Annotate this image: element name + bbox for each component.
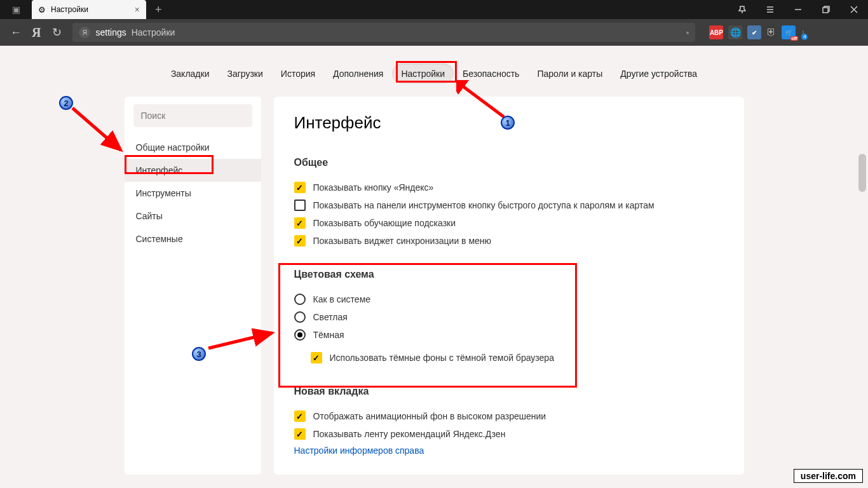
subnav-security[interactable]: Безопасность: [454, 64, 528, 84]
label-sync-widget: Показывать виджет синхронизации в меню: [313, 236, 492, 246]
link-informers[interactable]: Настройки информеров справа: [294, 443, 724, 458]
extensions-area: ABP 🌐 ✔ ⛨ 🛒 ↓: [709, 25, 805, 39]
label-anim-bg: Отображать анимационный фон в высоком ра…: [313, 411, 546, 421]
bookmark-icon[interactable]: ▪: [686, 27, 689, 37]
menu-icon[interactable]: [756, 0, 784, 19]
globe-extension-icon[interactable]: 🌐: [728, 25, 742, 39]
subnav-history[interactable]: История: [272, 64, 324, 84]
gear-icon: ⚙: [38, 5, 46, 15]
settings-page: Закладки Загрузки История Дополнения Нас…: [0, 46, 868, 488]
sidebar-item-tools[interactable]: Инструменты: [125, 182, 261, 205]
yandex-home-button[interactable]: Я: [32, 25, 41, 40]
sidebar-item-interface[interactable]: Интерфейс: [125, 159, 261, 182]
settings-sidebar: Общие настройки Интерфейс Инструменты Са…: [125, 97, 261, 475]
close-button[interactable]: [840, 0, 868, 19]
subnav-passwords[interactable]: Пароли и карты: [528, 64, 611, 84]
url-text-title: Настройки: [132, 27, 175, 37]
svg-rect-4: [823, 8, 828, 13]
section-color-title: Цветовая схема: [294, 269, 724, 280]
site-icon: Я: [79, 27, 90, 38]
subnav-downloads[interactable]: Загрузки: [218, 64, 271, 84]
label-yandex-button: Показывать кнопку «Яндекс»: [313, 182, 434, 193]
url-text-settings: settings: [95, 27, 126, 37]
label-dark: Тёмная: [313, 330, 344, 340]
subnav-bookmarks[interactable]: Закладки: [162, 64, 219, 84]
label-dark-backgrounds: Использовать тёмные фоны с тёмной темой …: [330, 353, 554, 363]
subnav-addons[interactable]: Дополнения: [324, 64, 392, 84]
checkbox-dark-backgrounds[interactable]: [311, 352, 322, 363]
scrollbar-thumb[interactable]: [858, 154, 866, 192]
sidebar-item-system[interactable]: Системные: [125, 227, 261, 250]
checkbox-sync-widget[interactable]: [294, 235, 306, 247]
checkbox-anim-bg[interactable]: [294, 410, 306, 422]
sidebar-item-general[interactable]: Общие настройки: [125, 136, 261, 159]
section-color-scheme: Цветовая схема Как в системе Светлая Тём…: [294, 269, 724, 367]
section-new-tab: Новая вкладка Отображать анимационный фо…: [294, 386, 724, 458]
shield-extension-icon[interactable]: ⛨: [766, 27, 776, 38]
pane-title: Интерфейс: [294, 113, 724, 133]
new-tab-button[interactable]: +: [146, 3, 171, 17]
radio-system[interactable]: [294, 294, 306, 305]
section-newtab-title: Новая вкладка: [294, 386, 724, 397]
navbar: ← Я ↻ Я settings Настройки ▪ ABP 🌐 ✔ ⛨ 🛒…: [0, 19, 868, 46]
label-system: Как в системе: [313, 294, 371, 304]
panel-icon: ▣: [12, 4, 20, 15]
radio-light[interactable]: [294, 311, 306, 323]
label-passwords-button: Показывать на панели инструментов кнопку…: [313, 200, 654, 210]
browser-tab[interactable]: ⚙ Настройки ×: [32, 0, 146, 19]
section-general: Общее Показывать кнопку «Яндекс» Показыв…: [294, 157, 724, 250]
subnav-devices[interactable]: Другие устройства: [611, 64, 706, 84]
address-bar[interactable]: Я settings Настройки ▪: [72, 23, 695, 42]
maximize-button[interactable]: [812, 0, 840, 19]
sidebar-item-sites[interactable]: Сайты: [125, 205, 261, 227]
checkbox-tips[interactable]: [294, 217, 306, 229]
section-general-title: Общее: [294, 157, 724, 168]
subnav-settings[interactable]: Настройки: [392, 64, 454, 84]
reload-button[interactable]: ↻: [47, 25, 66, 39]
checkbox-yandex-button[interactable]: [294, 182, 306, 193]
sidebar-toggle[interactable]: ▣: [0, 4, 32, 15]
radio-dark[interactable]: [294, 329, 306, 341]
settings-search-input[interactable]: [133, 104, 252, 127]
minimize-button[interactable]: [784, 0, 812, 19]
label-light: Светлая: [313, 312, 348, 322]
checkbox-zen-feed[interactable]: [294, 428, 306, 440]
downloads-button[interactable]: ↓: [801, 27, 805, 37]
back-button[interactable]: ←: [6, 26, 25, 39]
label-tips: Показывать обучающие подсказки: [313, 218, 456, 228]
vk-extension-icon[interactable]: ✔: [747, 25, 761, 39]
abp-extension-icon[interactable]: ABP: [709, 25, 723, 39]
frigate-extension-icon[interactable]: 🛒: [782, 25, 796, 39]
settings-subnav: Закладки Загрузки История Дополнения Нас…: [0, 64, 868, 97]
label-zen-feed: Показывать ленту рекомендаций Яндекс.Дзе…: [313, 429, 506, 439]
titlebar: ▣ ⚙ Настройки × +: [0, 0, 868, 19]
checkbox-passwords-button[interactable]: [294, 200, 306, 211]
watermark: user-life.com: [794, 469, 863, 483]
settings-pane: Интерфейс Общее Показывать кнопку «Яндек…: [274, 97, 744, 475]
sidebar-pin-icon[interactable]: [728, 0, 756, 19]
close-tab-button[interactable]: ×: [135, 4, 140, 15]
tab-title: Настройки: [51, 5, 130, 14]
